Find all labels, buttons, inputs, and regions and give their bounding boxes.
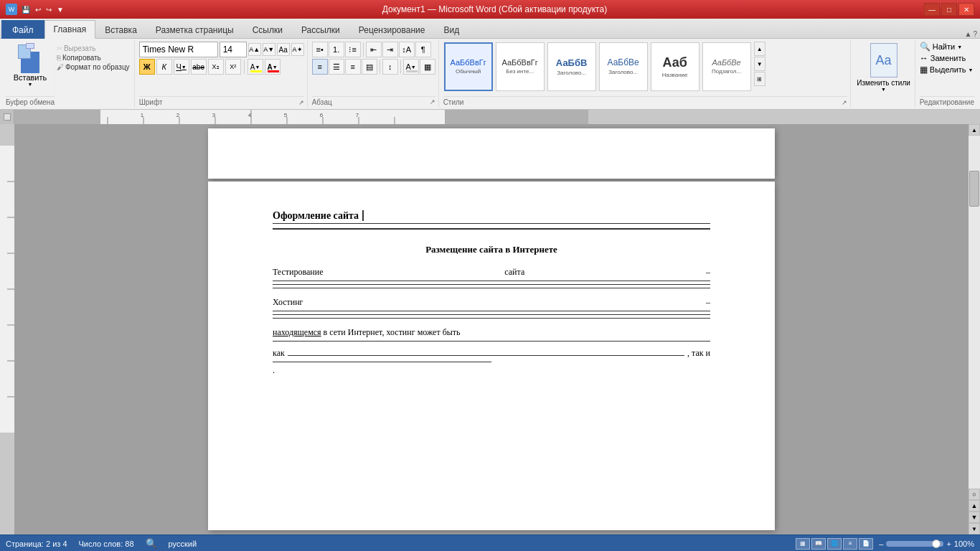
styles-down-arrow[interactable]: ▼: [754, 57, 765, 71]
show-formatting-btn[interactable]: ¶: [415, 42, 431, 57]
draft-btn[interactable]: 📄: [859, 538, 873, 550]
subscript-btn[interactable]: X₂: [208, 59, 224, 75]
style-normal[interactable]: АаБбВвГг Обычный: [444, 42, 493, 91]
scroll-prev-page-btn[interactable]: ▲: [969, 500, 980, 512]
select-btn[interactable]: ▦ Выделить ▼: [920, 65, 974, 75]
font-size-input[interactable]: [220, 42, 247, 57]
multilevel-list-btn[interactable]: ⁝≡: [345, 42, 361, 57]
scroll-thumb[interactable]: [969, 171, 979, 207]
sort-btn[interactable]: ↕A: [399, 42, 415, 57]
tab-view[interactable]: Вид: [434, 20, 468, 39]
justify-btn[interactable]: ▤: [362, 59, 377, 75]
ribbon-collapse-btn[interactable]: ▲: [965, 30, 972, 38]
shading-btn[interactable]: A ▼: [403, 59, 419, 75]
font-color-arrow[interactable]: ▼: [273, 65, 278, 70]
page2[interactable]: Оформление сайта Размещение сайта в Инте…: [208, 182, 775, 530]
line-spacing-btn[interactable]: ↕: [382, 59, 398, 75]
tab-page-layout[interactable]: Разметка страницы: [146, 20, 243, 39]
font-size-decrease-btn[interactable]: A▼: [263, 43, 275, 56]
styles-dialog-btn[interactable]: ↗: [842, 99, 847, 106]
format-painter-btn[interactable]: 🖌 Формат по образцу: [57, 63, 130, 71]
align-left-btn[interactable]: ≡: [312, 59, 328, 75]
underline-btn[interactable]: Ч ▼: [174, 59, 189, 75]
minimize-btn[interactable]: —: [924, 3, 940, 16]
tab-insert[interactable]: Вставка: [95, 20, 146, 39]
increase-indent-btn[interactable]: ⇥: [382, 42, 398, 57]
superscript-btn[interactable]: X²: [225, 59, 241, 75]
text-effects-btn[interactable]: A✦: [291, 43, 304, 56]
copy-btn[interactable]: ⎘ Копировать: [57, 54, 130, 62]
numbering-btn[interactable]: 1.: [329, 42, 344, 57]
outline-btn[interactable]: ≡: [843, 538, 857, 550]
paragraph-dialog-btn[interactable]: ↗: [430, 98, 435, 106]
align-center-btn[interactable]: ☰: [329, 59, 344, 75]
scroll-track[interactable]: [969, 136, 980, 489]
select-arrow[interactable]: ▼: [969, 67, 974, 72]
redo-btn[interactable]: ↪: [44, 6, 53, 14]
language[interactable]: русский: [169, 540, 197, 548]
italic-btn[interactable]: К: [156, 59, 172, 75]
spell-check-icon[interactable]: 🔍: [146, 538, 157, 549]
full-reading-btn[interactable]: 📖: [811, 538, 826, 550]
scroll-select-btn[interactable]: ○: [969, 489, 980, 500]
ruler-corner[interactable]: [0, 110, 14, 124]
word-count[interactable]: Число слов: 88: [79, 540, 134, 548]
tab-home[interactable]: Главная: [44, 20, 96, 39]
change-styles-btn[interactable]: Aа Изменить стили ▼: [857, 43, 910, 92]
web-layout-btn[interactable]: 🌐: [827, 538, 842, 550]
cut-btn[interactable]: ✂ Вырезать: [57, 44, 130, 52]
find-btn[interactable]: 🔍 Найти ▼: [920, 42, 974, 52]
scroll-up-btn[interactable]: ▲: [969, 124, 980, 136]
align-right-btn[interactable]: ≡: [345, 59, 361, 75]
page-info[interactable]: Страница: 2 из 4: [6, 540, 67, 548]
shading-arrow[interactable]: ▼: [411, 65, 416, 70]
paste-button[interactable]: Вставить ▼: [9, 42, 52, 88]
pages-area[interactable]: Оформление сайта Размещение сайта в Инте…: [14, 124, 969, 534]
doc-title[interactable]: Оформление сайта: [273, 210, 710, 230]
font-size-increase-btn[interactable]: A▲: [248, 43, 261, 56]
style-no-spacing[interactable]: АаБбВвГг Без инте...: [496, 42, 545, 91]
font-name-input[interactable]: [139, 42, 218, 57]
ribbon-help-btn[interactable]: ?: [973, 30, 977, 38]
highlight-arrow[interactable]: ▼: [255, 65, 260, 70]
zoom-level[interactable]: 100%: [954, 540, 974, 548]
close-btn[interactable]: ✕: [958, 3, 974, 16]
decrease-indent-btn[interactable]: ⇤: [366, 42, 382, 57]
font-color-btn[interactable]: A ▼: [265, 59, 281, 75]
tab-file[interactable]: Файл: [1, 20, 44, 39]
print-layout-btn[interactable]: ▦: [796, 538, 810, 550]
change-styles-arrow[interactable]: ▼: [881, 87, 886, 92]
zoom-plus-btn[interactable]: +: [946, 540, 951, 548]
style-heading2[interactable]: АаБбВе Заголово...: [599, 42, 648, 91]
style-normal-label: Обычный: [456, 68, 481, 75]
styles-expand-arrow[interactable]: ⊞: [754, 72, 765, 86]
tab-review[interactable]: Рецензирование: [349, 20, 435, 39]
style-subtitle[interactable]: АаБбВе Подзагол...: [702, 42, 751, 91]
tab-mailings[interactable]: Рассылки: [292, 20, 349, 39]
paste-dropdown[interactable]: ▼: [28, 82, 33, 87]
find-arrow[interactable]: ▼: [957, 44, 962, 50]
zoom-minus-btn[interactable]: –: [879, 540, 883, 548]
scroll-next-page-btn[interactable]: ▼: [969, 512, 980, 523]
save-quick-btn[interactable]: 💾: [20, 6, 32, 14]
bullets-btn[interactable]: ≡•: [312, 42, 328, 57]
clear-format-btn[interactable]: Aa: [277, 43, 290, 56]
tab-references[interactable]: Ссылки: [243, 20, 292, 39]
style-heading1[interactable]: АаБбВ Заголово...: [547, 42, 596, 91]
styles-up-arrow[interactable]: ▲: [754, 42, 765, 56]
divider4: [400, 60, 401, 74]
bold-btn[interactable]: Ж: [139, 59, 155, 75]
font-dialog-btn[interactable]: ↗: [298, 99, 304, 106]
text-highlight-btn[interactable]: A ▼: [248, 59, 263, 75]
section3-underline1: [273, 341, 710, 342]
style-title[interactable]: Ааб Название: [651, 42, 699, 91]
maximize-btn[interactable]: □: [941, 3, 957, 16]
replace-btn[interactable]: ↔ Заменить: [920, 53, 974, 63]
strikethrough-btn[interactable]: abe: [191, 59, 207, 75]
borders-btn[interactable]: ▦: [420, 59, 435, 75]
underline-dropdown-arrow[interactable]: ▼: [182, 65, 187, 70]
undo-btn[interactable]: ↩: [34, 6, 42, 14]
zoom-slider[interactable]: [886, 541, 943, 547]
quick-access-more[interactable]: ▼: [55, 6, 65, 14]
scroll-down-btn[interactable]: ▼: [969, 523, 980, 534]
